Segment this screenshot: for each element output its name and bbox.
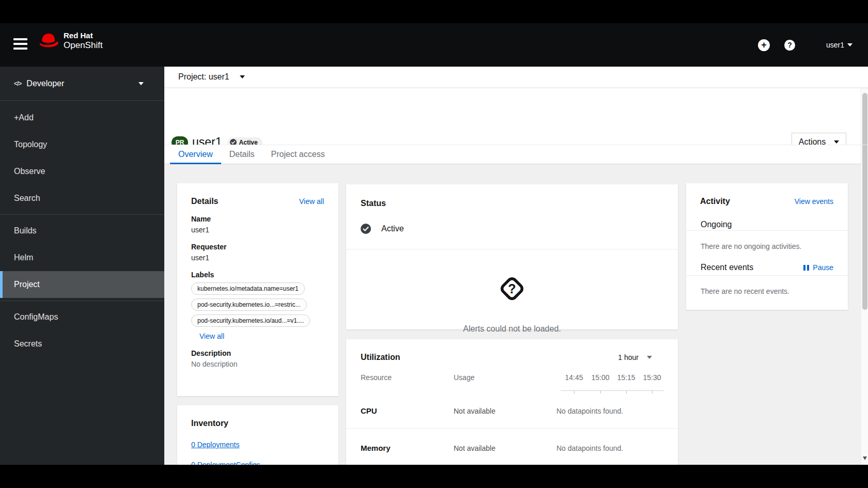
inventory-deploymentconfigs-link[interactable]: 0 DeploymentConfigs xyxy=(191,461,324,465)
usage-value: Not available xyxy=(454,407,556,415)
sidebar-item-secrets[interactable]: Secrets xyxy=(0,330,164,357)
sidebar-item-topology[interactable]: Topology xyxy=(0,131,164,158)
sidebar-divider xyxy=(0,214,164,215)
ongoing-section-title: Ongoing xyxy=(701,220,833,229)
status-card-title: Status xyxy=(346,184,678,208)
label-chip[interactable]: pod-security.kubernetes.io/aud...=v1.... xyxy=(191,314,310,327)
alerts-empty-state: ? Alerts could not be loaded. xyxy=(346,249,678,334)
inventory-deployments-link[interactable]: 0 Deployments xyxy=(191,440,324,449)
time-axis-label: 15:15 xyxy=(613,373,639,382)
details-card-title: Details xyxy=(191,197,218,206)
name-value: user1 xyxy=(191,226,324,234)
resource-name[interactable]: Memory xyxy=(361,444,454,452)
hamburger-icon xyxy=(13,38,27,50)
caret-down-icon xyxy=(647,356,652,359)
utilization-row-cpu: CPU Not available No datapoints found. xyxy=(346,393,678,429)
perspective-switcher[interactable]: </> Developer xyxy=(0,67,164,101)
tab-project-access[interactable]: Project access xyxy=(263,145,333,164)
sidebar: </> Developer +Add Topology Observe Sear… xyxy=(0,67,164,465)
time-axis-label: 15:00 xyxy=(587,373,613,382)
letterbox-top xyxy=(0,0,868,23)
view-events-link[interactable]: View events xyxy=(795,197,833,206)
page-header: PR user1 Active Actions xyxy=(164,88,868,145)
project-status-text: Active xyxy=(381,224,404,233)
overview-content: Details View all Name user1 Requester us… xyxy=(164,164,868,465)
requester-label: Requester xyxy=(191,243,324,251)
sidebar-divider xyxy=(0,301,164,301)
masthead-toolbar: + ? user1 xyxy=(758,23,853,67)
utilization-card: Utilization 1 hour Resource Usage 14:45 … xyxy=(346,339,678,465)
alerts-message: Alerts could not be loaded. xyxy=(346,324,678,334)
question-circle-icon: ? xyxy=(784,40,795,51)
username: user1 xyxy=(826,41,844,49)
recent-events-section-title: Recent events xyxy=(701,263,753,272)
sidebar-nav: +Add Topology Observe Search Builds Helm… xyxy=(0,101,164,357)
duration-value: 1 hour xyxy=(618,353,639,361)
time-axis xyxy=(561,390,664,391)
header-divider xyxy=(164,145,868,145)
sidebar-item-configmaps[interactable]: ConfigMaps xyxy=(0,304,164,330)
labels-view-all-link[interactable]: View all xyxy=(199,332,224,340)
redhat-openshift-logo[interactable]: Red Hat OpenShift xyxy=(38,32,103,50)
caret-down-icon xyxy=(847,43,853,46)
recent-events-empty-message: There are no recent events. xyxy=(686,276,848,295)
redhat-fedora-icon xyxy=(38,32,59,49)
quick-create-button[interactable]: + xyxy=(758,39,770,51)
svg-text:?: ? xyxy=(508,281,516,296)
nav-toggle-button[interactable] xyxy=(13,38,27,52)
project-bar: Project: user1 xyxy=(164,67,868,88)
pause-icon xyxy=(803,265,809,271)
project-selector[interactable]: Project: user1 xyxy=(178,72,245,82)
caret-down-icon xyxy=(138,82,144,85)
plus-circle-icon: + xyxy=(758,39,770,51)
time-axis-label: 15:30 xyxy=(639,373,665,382)
tab-details[interactable]: Details xyxy=(221,145,263,164)
sidebar-item-observe[interactable]: Observe xyxy=(0,158,164,185)
status-card: Status Active ? Alerts could not be load… xyxy=(346,184,678,329)
label-chip[interactable]: pod-security.kubernetes.io...=restric... xyxy=(191,298,307,311)
check-circle-icon xyxy=(361,224,371,234)
utilization-card-title: Utilization xyxy=(361,353,400,362)
inventory-card-title: Inventory xyxy=(191,419,228,428)
description-value: No description xyxy=(191,360,324,368)
sidebar-item-builds[interactable]: Builds xyxy=(0,217,164,244)
chart-empty-message: No datapoints found. xyxy=(556,444,623,452)
vertical-scrollbar[interactable] xyxy=(861,67,868,465)
perspective-label: Developer xyxy=(26,79,64,88)
letterbox-bottom xyxy=(0,465,868,488)
code-icon: </> xyxy=(14,80,21,87)
usage-value: Not available xyxy=(454,444,556,452)
unknown-question-icon: ? xyxy=(496,273,528,305)
resource-column-header: Resource xyxy=(361,373,392,382)
sidebar-item-add[interactable]: +Add xyxy=(0,104,164,131)
label-chip[interactable]: kubernetes.io/metadata.name=user1 xyxy=(191,282,305,295)
caret-down-icon xyxy=(834,140,839,144)
brand-name-redhat: Red Hat xyxy=(64,32,103,40)
sidebar-item-project[interactable]: Project xyxy=(0,271,164,298)
resource-name[interactable]: CPU xyxy=(361,406,454,415)
main-area: Project: user1 PR user1 Active Actions O… xyxy=(164,67,868,465)
description-label: Description xyxy=(191,349,324,357)
duration-select[interactable]: 1 hour xyxy=(618,353,652,361)
masthead: Red Hat OpenShift + ? user1 xyxy=(0,23,868,67)
activity-card-title: Activity xyxy=(700,197,730,206)
activity-card: Activity View events Ongoing There are n… xyxy=(686,183,848,310)
sidebar-item-helm[interactable]: Helm xyxy=(0,244,164,271)
pause-label: Pause xyxy=(813,263,833,272)
sidebar-item-search[interactable]: Search xyxy=(0,185,164,212)
scroll-down-arrow-icon[interactable] xyxy=(863,456,867,460)
help-button[interactable]: ? xyxy=(784,40,795,51)
details-view-all-link[interactable]: View all xyxy=(299,197,324,206)
tab-overview[interactable]: Overview xyxy=(170,145,221,164)
user-menu[interactable]: user1 xyxy=(826,41,853,49)
requester-value: user1 xyxy=(191,254,324,262)
tab-bar: Overview Details Project access xyxy=(164,145,868,164)
details-card: Details View all Name user1 Requester us… xyxy=(177,183,338,396)
usage-column-header: Usage xyxy=(454,373,474,382)
inventory-card: Inventory 0 Deployments 0 DeploymentConf… xyxy=(177,405,338,465)
project-status-row: Active xyxy=(346,208,678,249)
pause-events-button[interactable]: Pause xyxy=(803,263,833,272)
chart-empty-message: No datapoints found. xyxy=(556,407,623,415)
labels-label: Labels xyxy=(191,271,324,279)
scrollbar-thumb[interactable] xyxy=(862,93,867,310)
